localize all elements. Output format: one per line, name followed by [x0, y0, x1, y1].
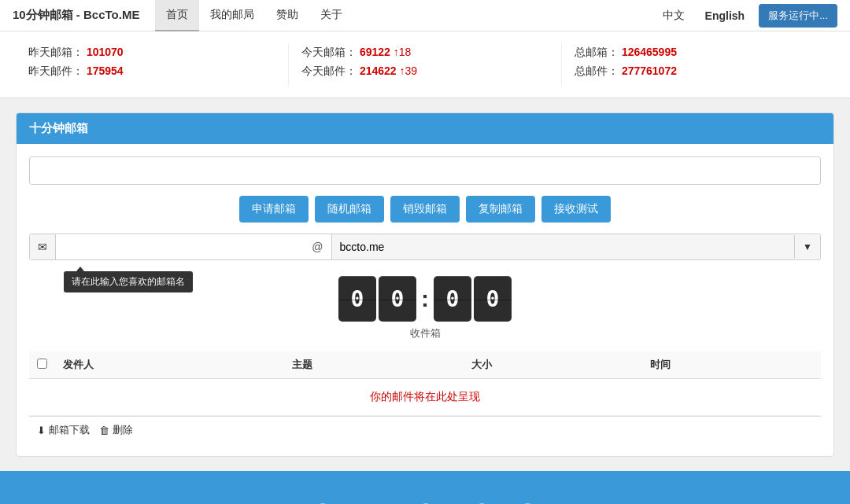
lang-en[interactable]: English [699, 6, 752, 25]
stat-today-mail: 今天邮件： 214622 ↑39 [301, 64, 549, 79]
stats-col-yesterday: 昨天邮箱： 101070 昨天邮件： 175954 [16, 42, 289, 86]
inbox-label: 收件箱 [410, 326, 441, 340]
clock-h1: 0 [338, 276, 376, 322]
table-footer: ⬇ 邮箱下载 🗑 删除 [29, 416, 821, 443]
nav-about[interactable]: 关于 [309, 0, 353, 31]
stat-total-mail: 总邮件： 277761072 [575, 64, 822, 79]
nav-links: 首页 我的邮局 赞助 关于 [155, 0, 353, 31]
apply-mailbox-button[interactable]: 申请邮箱 [239, 196, 309, 223]
inbox-empty-message: 你的邮件将在此处呈现 [29, 379, 821, 416]
email-addr-row: ✉ 请在此输入您喜欢的邮箱名 @ ▼ [29, 234, 821, 260]
card-body: 申请邮箱 随机邮箱 销毁邮箱 复制邮箱 接收测试 ✉ 请在此输入您喜欢的邮箱名 … [17, 144, 833, 456]
clock-h2: 0 [379, 276, 416, 322]
bottom-counter: ‹ 277,761,072 累计接收邮件 › [0, 471, 850, 504]
nav-mymail[interactable]: 我的邮局 [199, 0, 265, 31]
select-all-checkbox[interactable] [37, 359, 47, 369]
stats-col-total: 总邮箱： 126465995 总邮件： 277761072 [562, 42, 834, 86]
th-time: 时间 [642, 351, 821, 379]
stats-row: 昨天邮箱： 101070 昨天邮件： 175954 今天邮箱： 69122 ↑1… [0, 31, 850, 98]
service-status-button[interactable]: 服务运行中... [759, 4, 837, 28]
th-sender: 发件人 [55, 351, 284, 379]
email-domain-input[interactable] [331, 234, 795, 259]
main-card: 十分钟邮箱 申请邮箱 随机邮箱 销毁邮箱 复制邮箱 接收测试 ✉ 请在此输入您喜 [16, 112, 834, 457]
lang-cn[interactable]: 中文 [656, 6, 691, 26]
counter-content: 277,761,072 累计接收邮件 [311, 495, 538, 504]
clock-m1: 0 [434, 276, 471, 322]
email-icon-cell: ✉ [30, 234, 56, 259]
clock-m2: 0 [474, 276, 512, 322]
inbox-empty-row: 你的邮件将在此处呈现 [29, 379, 821, 416]
card-header: 十分钟邮箱 [17, 113, 833, 144]
action-buttons: 申请邮箱 随机邮箱 销毁邮箱 复制邮箱 接收测试 [29, 196, 821, 223]
stats-col-today: 今天邮箱： 69122 ↑18 今天邮件： 214622 ↑39 [289, 42, 562, 86]
destroy-mailbox-button[interactable]: 销毁邮箱 [390, 196, 460, 223]
th-checkbox [29, 351, 55, 379]
at-sign: @ [304, 234, 331, 259]
copy-mailbox-button[interactable]: 复制邮箱 [466, 196, 535, 223]
email-search-input[interactable] [29, 156, 821, 185]
tooltip-box: 请在此输入您喜欢的邮箱名 [64, 271, 193, 292]
counter-number: 277,761,072 [311, 495, 538, 504]
clock-minutes: 0 0 [434, 276, 512, 322]
th-size: 大小 [464, 351, 642, 379]
stat-yesterday-mailbox: 昨天邮箱： 101070 [28, 46, 275, 60]
stat-today-mailbox: 今天邮箱： 69122 ↑18 [301, 46, 549, 60]
inbox-table: 发件人 主题 大小 时间 你的邮件将在此处呈现 [29, 351, 821, 416]
th-subject: 主题 [284, 351, 463, 379]
delete-button[interactable]: 🗑 删除 [99, 423, 133, 437]
trash-icon: 🗑 [99, 425, 109, 436]
nav-sponsor[interactable]: 赞助 [265, 0, 309, 31]
domain-dropdown-button[interactable]: ▼ [794, 235, 820, 259]
receive-test-button[interactable]: 接收测试 [541, 196, 611, 223]
download-icon: ⬇ [37, 425, 46, 436]
envelope-icon: ✉ [38, 241, 47, 253]
download-mailbox-button[interactable]: ⬇ 邮箱下载 [37, 423, 90, 437]
table-header-row: 发件人 主题 大小 时间 [29, 351, 821, 379]
brand: 10分钟邮箱 - BccTo.ME [13, 8, 139, 23]
nav-home[interactable]: 首页 [155, 0, 199, 31]
clock-hours: 0 0 [338, 276, 416, 322]
stat-yesterday-mail: 昨天邮件： 175954 [28, 64, 275, 79]
random-mailbox-button[interactable]: 随机邮箱 [315, 196, 384, 223]
nav-right: 中文 English 服务运行中... [656, 4, 837, 28]
email-address-section: ✉ 请在此输入您喜欢的邮箱名 @ ▼ [29, 234, 821, 260]
email-local-input[interactable] [56, 234, 304, 259]
clock-display: 0 0 : 0 0 [338, 276, 512, 322]
clock-colon: : [421, 276, 429, 322]
navbar: 10分钟邮箱 - BccTo.ME 首页 我的邮局 赞助 关于 中文 Engli… [0, 0, 850, 31]
stat-total-mailbox: 总邮箱： 126465995 [575, 46, 822, 60]
